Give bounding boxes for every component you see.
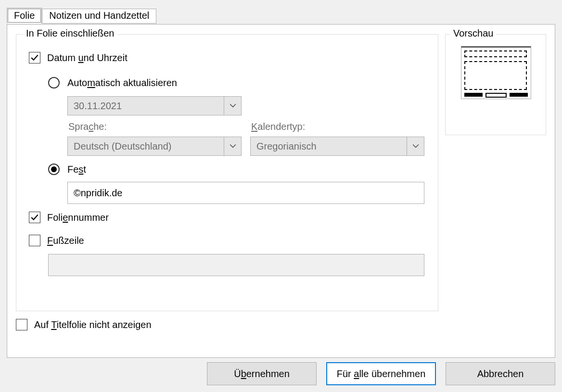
apply-all-button[interactable]: Für alle übernehmen bbox=[326, 362, 436, 385]
label-calendar-type: Kalendertyp: bbox=[251, 121, 305, 132]
combo-language-value: Deutsch (Deutschland) bbox=[68, 137, 224, 155]
combo-calendar-type-value: Gregorianisch bbox=[251, 137, 407, 155]
cancel-button[interactable]: Abbrechen bbox=[446, 362, 555, 385]
apply-all-button-label: Für alle übernehmen bbox=[337, 368, 426, 379]
checkbox-slide-number-label: Foliennummer bbox=[47, 212, 109, 223]
combo-language[interactable]: Deutsch (Deutschland) bbox=[67, 137, 242, 156]
tab-panel: In Folie einschließen Datum und Uhrzeit … bbox=[7, 24, 555, 358]
checkbox-footer-label: Fußzeile bbox=[47, 235, 84, 246]
preview-thumbnail bbox=[461, 46, 531, 99]
tab-slide[interactable]: Folie bbox=[7, 8, 42, 24]
chevron-down-icon bbox=[224, 97, 241, 115]
checkbox-footer[interactable] bbox=[29, 235, 40, 246]
group-preview: Vorschau bbox=[445, 34, 546, 135]
input-fixed-text-value: ©npridik.de bbox=[74, 188, 122, 199]
radio-auto-update[interactable] bbox=[48, 77, 60, 89]
group-include-legend: In Folie einschließen bbox=[23, 28, 117, 39]
radio-auto-update-label: Automatisch aktualisieren bbox=[67, 77, 177, 89]
apply-button[interactable]: Übernehmen bbox=[207, 362, 317, 385]
label-language: Sprache: bbox=[68, 121, 107, 132]
chevron-down-icon bbox=[224, 137, 241, 155]
tab-slide-label: Folie bbox=[14, 10, 35, 21]
combo-date-format-value: 30.11.2021 bbox=[68, 97, 224, 115]
combo-date-format[interactable]: 30.11.2021 bbox=[67, 96, 242, 115]
tab-notes-handouts-label: Notizen und Handzettel bbox=[49, 10, 149, 21]
group-preview-legend: Vorschau bbox=[450, 28, 496, 39]
combo-calendar-type[interactable]: Gregorianisch bbox=[250, 137, 424, 156]
checkbox-date-time[interactable] bbox=[29, 52, 40, 63]
radio-fixed[interactable] bbox=[48, 164, 60, 175]
checkbox-hide-on-title-slide-label: Auf Titelfolie nicht anzeigen bbox=[34, 319, 152, 330]
checkbox-date-time-label: Datum und Uhrzeit bbox=[47, 52, 128, 63]
cancel-button-label: Abbrechen bbox=[477, 368, 524, 379]
apply-button-label: Übernehmen bbox=[234, 368, 290, 379]
input-footer-text[interactable] bbox=[48, 254, 424, 276]
radio-fixed-label: Fest bbox=[67, 164, 86, 175]
tab-notes-handouts[interactable]: Notizen und Handzettel bbox=[42, 9, 156, 24]
input-fixed-text[interactable]: ©npridik.de bbox=[67, 182, 424, 204]
group-include-in-slide: In Folie einschließen Datum und Uhrzeit … bbox=[16, 34, 438, 311]
checkbox-hide-on-title-slide[interactable] bbox=[16, 319, 27, 330]
checkbox-slide-number[interactable] bbox=[29, 212, 40, 223]
chevron-down-icon bbox=[407, 137, 424, 155]
